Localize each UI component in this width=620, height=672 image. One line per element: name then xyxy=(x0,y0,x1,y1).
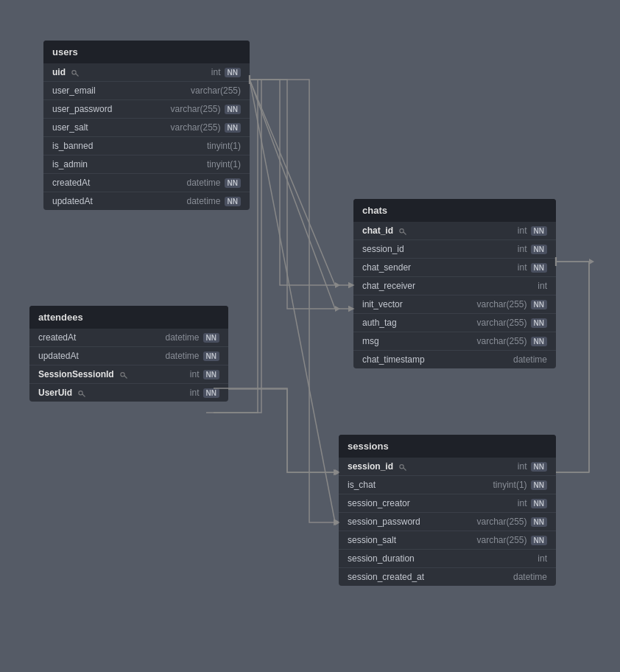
field-name: session_creator xyxy=(348,498,518,508)
svg-line-14 xyxy=(124,376,127,379)
field-name: uid xyxy=(52,67,211,77)
field-type: varchar(255) NN xyxy=(477,517,547,527)
table-row: user_password varchar(255) NN xyxy=(43,100,250,119)
field-name: createdAt xyxy=(52,178,187,188)
field-type: varchar(255) NN xyxy=(477,336,547,346)
table-row: msg varchar(255) NN xyxy=(353,332,556,351)
field-name: session_id xyxy=(362,244,518,254)
table-row: updatedAt datetime NN xyxy=(29,347,228,365)
svg-line-18 xyxy=(404,232,406,235)
field-name: session_id xyxy=(348,461,518,472)
field-name: UserUid xyxy=(38,388,190,398)
field-name: chat_id xyxy=(362,225,518,236)
chats-table: chats chat_id int NN session_id int NN c… xyxy=(353,199,556,368)
svg-point-13 xyxy=(121,372,124,376)
users-table-header: users xyxy=(43,41,250,63)
table-row: session_salt varchar(255) NN xyxy=(339,531,556,550)
field-type: datetime NN xyxy=(166,351,219,361)
svg-line-1 xyxy=(250,80,335,309)
table-row: session_creator int NN xyxy=(339,494,556,513)
svg-marker-10 xyxy=(589,259,594,265)
field-type: datetime xyxy=(513,354,547,365)
field-name: user_salt xyxy=(52,122,171,133)
sessions-title: sessions xyxy=(348,441,389,452)
table-row: UserUid int NN xyxy=(29,384,228,402)
field-name: chat_timestamp xyxy=(362,354,513,365)
field-name: is_admin xyxy=(52,159,207,169)
field-name: chat_receiver xyxy=(362,281,538,291)
field-name: createdAt xyxy=(38,332,166,343)
field-type: varchar(255) NN xyxy=(477,299,547,309)
svg-point-19 xyxy=(400,464,404,468)
field-name: init_vector xyxy=(362,299,477,309)
field-type: varchar(255) NN xyxy=(477,535,547,545)
svg-line-12 xyxy=(76,74,79,77)
field-type: int xyxy=(538,281,547,291)
field-type: tinyint(1) xyxy=(207,159,241,169)
field-type: varchar(255) NN xyxy=(171,122,241,133)
chats-title: chats xyxy=(362,205,387,216)
table-row: session_id int NN xyxy=(353,240,556,259)
svg-line-16 xyxy=(82,394,85,397)
table-row: session_duration int xyxy=(339,550,556,568)
field-name: msg xyxy=(362,336,477,346)
table-row: updatedAt datetime NN xyxy=(43,192,250,210)
field-name: chat_sender xyxy=(362,262,518,273)
table-row: auth_tag varchar(255) NN xyxy=(353,314,556,332)
field-name: session_salt xyxy=(348,535,477,545)
table-row: chat_id int NN xyxy=(353,222,556,240)
table-row: chat_sender int NN xyxy=(353,259,556,277)
field-type: datetime NN xyxy=(166,332,219,343)
table-row: chat_timestamp datetime xyxy=(353,351,556,368)
field-type: int NN xyxy=(211,67,241,77)
sessions-table-header: sessions xyxy=(339,435,556,458)
sessions-table: sessions session_id int NN is_chat tinyi… xyxy=(339,435,556,586)
table-row: uid int NN xyxy=(43,63,250,82)
field-type: int NN xyxy=(518,225,547,236)
svg-line-2 xyxy=(250,80,335,522)
table-row: session_id int NN xyxy=(339,458,556,476)
field-type: int NN xyxy=(190,369,219,379)
field-name: session_password xyxy=(348,517,477,527)
attendees-table: attendees createdAt datetime NN updatedA… xyxy=(29,306,228,402)
attendees-table-header: attendees xyxy=(29,306,228,329)
field-type: int NN xyxy=(190,388,219,398)
svg-point-11 xyxy=(72,70,76,74)
svg-line-20 xyxy=(404,468,406,471)
table-row: init_vector varchar(255) NN xyxy=(353,295,556,314)
field-type: datetime xyxy=(513,572,547,582)
svg-line-0 xyxy=(250,80,335,285)
field-type: varchar(255) NN xyxy=(477,318,547,328)
field-name: SessionSessionId xyxy=(38,369,190,379)
field-type: tinyint(1) NN xyxy=(493,480,547,490)
field-name: auth_tag xyxy=(362,318,477,328)
svg-point-17 xyxy=(400,228,404,232)
field-type: datetime NN xyxy=(187,178,241,188)
svg-marker-6 xyxy=(335,282,340,288)
table-row: SessionSessionId int NN xyxy=(29,365,228,384)
field-type: datetime NN xyxy=(187,196,241,206)
table-row: user_salt varchar(255) NN xyxy=(43,119,250,137)
field-type: int NN xyxy=(518,262,547,273)
field-name: user_password xyxy=(52,104,171,114)
svg-marker-7 xyxy=(335,306,340,312)
field-type: int NN xyxy=(518,498,547,508)
field-name: user_email xyxy=(52,85,191,96)
field-type: int NN xyxy=(518,461,547,472)
field-name: updatedAt xyxy=(52,196,187,206)
field-type: tinyint(1) xyxy=(207,141,241,151)
table-row: session_created_at datetime xyxy=(339,568,556,586)
users-title: users xyxy=(52,46,78,57)
table-row: session_password varchar(255) NN xyxy=(339,513,556,531)
field-type: varchar(255) xyxy=(191,85,241,96)
field-name: is_banned xyxy=(52,141,207,151)
table-row: chat_receiver int xyxy=(353,277,556,295)
table-row: user_email varchar(255) xyxy=(43,82,250,100)
svg-point-15 xyxy=(79,391,82,394)
chats-table-header: chats xyxy=(353,199,556,222)
field-name: session_duration xyxy=(348,553,538,564)
users-table: users uid int NN user_email varchar(255)… xyxy=(43,41,250,210)
field-name: session_created_at xyxy=(348,572,513,582)
table-row: createdAt datetime NN xyxy=(29,329,228,347)
table-row: is_chat tinyint(1) NN xyxy=(339,476,556,494)
